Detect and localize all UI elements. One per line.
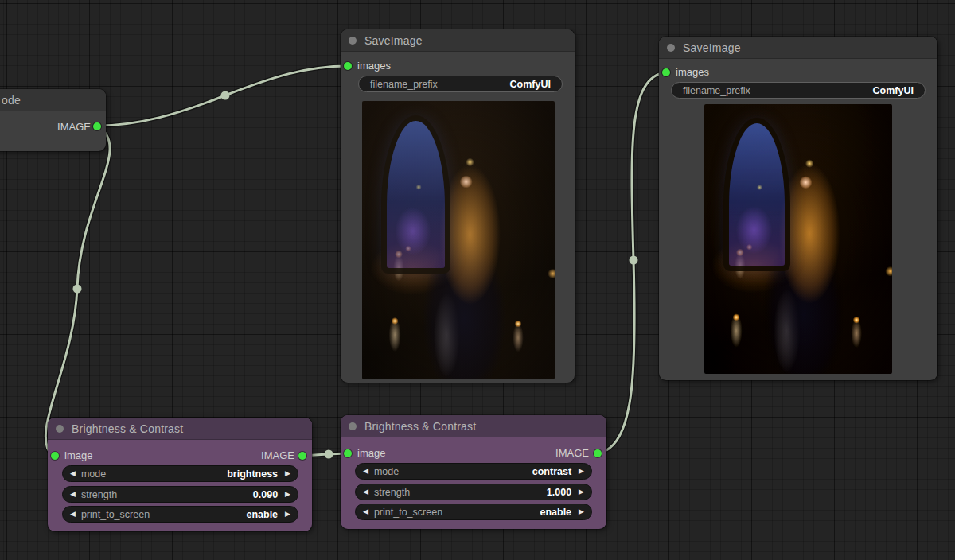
output-port-label: IMAGE	[57, 121, 91, 133]
output-port-icon[interactable]	[594, 449, 602, 457]
node-decode[interactable]: ode IMAGE	[0, 89, 106, 151]
widget-strength[interactable]: ◀ strength 0.090 ▶	[62, 486, 298, 503]
decrement-arrow-icon[interactable]: ◀	[363, 484, 368, 500]
input-port-label: image	[64, 449, 92, 461]
widget-name: print_to_screen	[81, 509, 150, 520]
widget-value: ComfyUI	[750, 85, 914, 96]
node-title-bar[interactable]: SaveImage	[659, 37, 937, 59]
widget-name: mode	[81, 469, 106, 480]
input-port-label: image	[357, 447, 385, 459]
input-port-label: images	[676, 66, 709, 78]
node-title: SaveImage	[364, 34, 423, 47]
node-title: Brightness & Contrast	[72, 422, 183, 435]
image-preview	[362, 101, 555, 379]
input-port-icon[interactable]	[51, 452, 59, 460]
increment-arrow-icon[interactable]: ▶	[579, 504, 584, 520]
decrement-arrow-icon[interactable]: ◀	[363, 504, 368, 520]
widget-mode[interactable]: ◀ mode brightness ▶	[62, 465, 298, 482]
input-port-label: images	[357, 60, 391, 72]
input-port-icon[interactable]	[662, 68, 670, 76]
widget-filename-prefix[interactable]: filename_prefix ComfyUI	[671, 82, 926, 99]
increment-arrow-icon[interactable]: ▶	[579, 484, 584, 500]
decrement-arrow-icon[interactable]: ◀	[363, 463, 368, 480]
node-saveimage-1[interactable]: SaveImage images filename_prefix ComfyUI	[341, 29, 575, 383]
widget-value: 1.000	[410, 487, 571, 498]
widget-name: filename_prefix	[370, 79, 438, 90]
widget-strength[interactable]: ◀ strength 1.000 ▶	[355, 484, 592, 500]
widget-value: ComfyUI	[438, 79, 551, 90]
increment-arrow-icon[interactable]: ▶	[285, 486, 290, 503]
output-port-icon[interactable]	[298, 452, 306, 460]
node-title: SaveImage	[683, 41, 741, 54]
widget-name: filename_prefix	[683, 85, 750, 96]
increment-arrow-icon[interactable]: ▶	[579, 463, 584, 480]
output-port-label: IMAGE	[555, 447, 589, 459]
node-title-bar[interactable]: Brightness & Contrast	[48, 418, 312, 440]
output-port-icon[interactable]	[93, 122, 101, 130]
widget-value: contrast	[399, 466, 571, 477]
node-title: ode	[2, 94, 21, 107]
increment-arrow-icon[interactable]: ▶	[285, 506, 290, 523]
widget-filename-prefix[interactable]: filename_prefix ComfyUI	[358, 76, 563, 92]
output-port-label: IMAGE	[261, 449, 294, 461]
widget-value: enable	[442, 507, 571, 518]
decrement-arrow-icon[interactable]: ◀	[70, 486, 76, 503]
node-title-bar[interactable]: Brightness & Contrast	[341, 415, 606, 438]
widget-value: brightness	[106, 469, 278, 480]
widget-print-to-screen[interactable]: ◀ print_to_screen enable ▶	[355, 504, 592, 520]
widget-name: strength	[374, 487, 410, 498]
node-title: Brightness & Contrast	[364, 420, 476, 433]
widget-value: enable	[150, 509, 278, 520]
widget-print-to-screen[interactable]: ◀ print_to_screen enable ▶	[62, 506, 298, 523]
widget-name: print_to_screen	[374, 507, 442, 518]
collapse-dot-icon[interactable]	[349, 422, 357, 430]
node-saveimage-2[interactable]: SaveImage images filename_prefix ComfyUI	[659, 37, 937, 380]
image-preview	[704, 104, 892, 374]
widget-value: 0.090	[117, 489, 278, 500]
node-brightness-contrast-1[interactable]: Brightness & Contrast image IMAGE ◀ mode…	[48, 418, 312, 531]
widget-name: strength	[81, 489, 117, 500]
input-port-icon[interactable]	[344, 449, 352, 457]
node-brightness-contrast-2[interactable]: Brightness & Contrast image IMAGE ◀ mode…	[341, 415, 606, 529]
collapse-dot-icon[interactable]	[349, 37, 357, 45]
increment-arrow-icon[interactable]: ▶	[285, 465, 290, 482]
decrement-arrow-icon[interactable]: ◀	[70, 465, 76, 482]
widget-name: mode	[374, 466, 399, 477]
collapse-dot-icon[interactable]	[56, 425, 64, 433]
collapse-dot-icon[interactable]	[667, 44, 675, 52]
widget-mode[interactable]: ◀ mode contrast ▶	[355, 463, 592, 480]
node-title-bar[interactable]: SaveImage	[341, 29, 575, 52]
input-port-icon[interactable]	[344, 62, 352, 70]
decrement-arrow-icon[interactable]: ◀	[70, 506, 76, 523]
node-title-bar[interactable]: ode	[0, 89, 106, 111]
